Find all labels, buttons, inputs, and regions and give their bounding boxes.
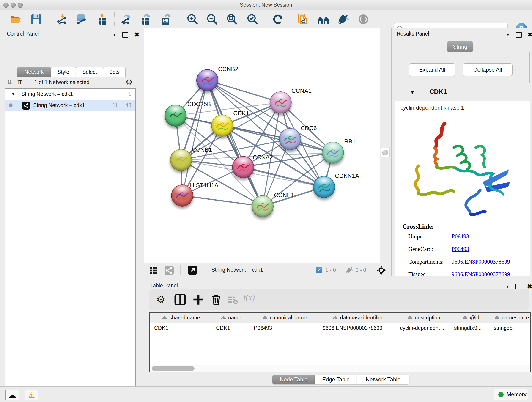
table-cell[interactable]: stringdb:9... [450, 323, 490, 333]
cloud-status-button[interactable]: ☁ [5, 390, 19, 400]
panel-close-icon[interactable]: ✖ [134, 31, 139, 38]
panel-float-icon[interactable] [515, 284, 521, 290]
results-panel-divider[interactable] [380, 28, 390, 264]
panel-menu-icon[interactable]: ▼ [506, 33, 510, 37]
panel-close-icon[interactable]: ✖ [528, 31, 532, 38]
table-cell[interactable]: 9606.ENSP00000378699 [318, 323, 396, 333]
import-network-icon[interactable] [56, 13, 69, 25]
hierarchy-icon [462, 315, 468, 320]
network-tree: ▼ String Network – cdk1 1 String Network… [5, 89, 136, 402]
crosslink-link[interactable]: P06493 [452, 246, 469, 252]
expand-all-button[interactable]: Expand All [409, 64, 455, 76]
tab-network[interactable]: Network [17, 67, 51, 77]
save-session-icon[interactable] [30, 13, 43, 25]
collapse-arrow-icon[interactable]: ▼ [11, 91, 15, 96]
crosslink-link[interactable]: P06493 [452, 233, 469, 240]
show-columns-icon[interactable] [174, 294, 186, 306]
export-network-icon[interactable] [120, 13, 133, 25]
control-panel: Control Panel ▼ ✖ Network Style Select S… [0, 28, 136, 386]
node-table: shared namenamecanonical namedatabase id… [149, 312, 531, 372]
cloud-icon: ☁ [8, 390, 16, 400]
table-cell[interactable]: stringdb [490, 323, 531, 333]
memory-label: Memory [507, 391, 526, 398]
collapse-all-button[interactable]: Collapse All [463, 64, 513, 76]
clone-network-icon[interactable] [297, 13, 309, 25]
zoom-fit-icon[interactable] [226, 13, 239, 25]
column-header-canonical-name[interactable]: canonical name [250, 313, 319, 323]
table-panel-controls: ▼ ✖ [506, 283, 532, 290]
export-image-icon[interactable] [160, 13, 173, 25]
window-title: Session: New Session [0, 2, 532, 8]
open-in-window-icon[interactable] [188, 266, 197, 275]
toolbar-separator [373, 265, 373, 275]
table-cell[interactable]: cyclin-dependent ... [396, 323, 450, 333]
tab-style[interactable]: Style [51, 67, 76, 77]
table-cell[interactable]: CDK1 [212, 323, 250, 333]
tab-edge-table[interactable]: Edge Table [315, 375, 357, 384]
divider-handle[interactable] [380, 148, 390, 157]
control-panel-controls: ▼ ✖ [113, 31, 139, 38]
panel-menu-icon[interactable]: ▼ [113, 33, 116, 37]
table-cell[interactable]: P06493 [250, 323, 318, 333]
gene-header[interactable]: ▼ CDK1 [395, 83, 530, 101]
network-view-row[interactable]: String Network – cdk1 11 48 [5, 100, 135, 111]
open-session-icon[interactable] [9, 13, 22, 25]
hide-selected-eye-icon[interactable] [337, 13, 350, 25]
birdseye-navigator-icon[interactable] [376, 265, 386, 275]
panel-close-icon[interactable]: ✖ [527, 283, 532, 290]
tab-sets[interactable]: Sets [103, 67, 126, 77]
column-header--id[interactable]: @id [451, 313, 491, 323]
panel-menu-icon[interactable]: ▼ [506, 285, 509, 289]
column-header-namespace[interactable]: namespace [491, 313, 532, 323]
node-label-HIST1H1A: HIST1H1A [190, 182, 219, 189]
panel-float-icon[interactable] [516, 32, 522, 38]
network-collection-row[interactable]: ▼ String Network – cdk1 1 [5, 89, 135, 100]
network-list-toolbar: ⇊ ⇈ 1 of 1 Network selected ⚙ [0, 77, 136, 89]
crosslink-label: Compartments: [408, 259, 443, 265]
birdseye-icon[interactable] [317, 13, 330, 25]
column-header-name[interactable]: name [212, 313, 250, 323]
import-database-icon[interactable] [75, 13, 88, 25]
table-cell[interactable]: CDK1 [150, 323, 212, 333]
refresh-icon[interactable] [272, 13, 284, 25]
share-view-icon[interactable] [165, 266, 174, 275]
tab-node-table[interactable]: Node Table [272, 375, 315, 384]
hierarchy-icon [162, 315, 167, 320]
tab-select[interactable]: Select [76, 67, 104, 77]
zoom-out-icon[interactable] [206, 13, 219, 25]
gene-name: CDK1 [429, 88, 447, 95]
grid-view-icon[interactable] [150, 267, 158, 274]
zoom-in-icon[interactable] [186, 13, 199, 25]
network-options-gear-icon[interactable]: ⚙ [126, 77, 133, 87]
toolbar-separator [343, 265, 343, 275]
tab-network-table[interactable]: Network Table [357, 375, 409, 384]
network-labels-layer: CCNB2CCNA1CDC25BCDK1CDC6RB1CCNB1CCNA2CDK… [144, 28, 380, 263]
network-collection-count: 1 [128, 91, 131, 97]
import-table-icon[interactable] [96, 13, 109, 25]
export-table-icon[interactable] [139, 13, 152, 25]
network-canvas[interactable]: CCNB2CCNA1CDC25BCDK1CDC6RB1CCNB1CCNA2CDK… [144, 28, 380, 263]
create-column-icon[interactable] [192, 294, 204, 306]
table-options-gear-icon[interactable]: ⚙ [156, 294, 165, 305]
delete-column-icon[interactable] [210, 294, 222, 306]
crosslink-row: Compartments:9606.ENSP00000378699 [402, 259, 524, 271]
network-collection-label: String Network – cdk1 [21, 91, 73, 97]
show-all-eye-icon[interactable] [357, 13, 370, 25]
warnings-button[interactable]: ⚠ [25, 390, 38, 400]
horizontal-divider[interactable] [144, 276, 532, 279]
table-row[interactable]: CDK1CDK1P064939606.ENSP00000378699cyclin… [150, 323, 530, 333]
column-header-shared-name[interactable]: shared name [150, 313, 212, 323]
scrollbar-thumb[interactable] [152, 366, 195, 371]
panel-float-icon[interactable] [122, 32, 128, 38]
selected-checkbox-icon[interactable]: ✔ [316, 267, 322, 273]
zoom-selected-icon[interactable] [246, 13, 259, 25]
crosslink-link[interactable]: 9606.ENSP00000378699 [452, 259, 510, 265]
main-toolbar: ? [0, 10, 532, 28]
tab-string[interactable]: String [447, 41, 473, 52]
column-header-database-identifier[interactable]: database identifier [319, 313, 397, 323]
toolbar-separator [177, 12, 178, 26]
table-horizontal-scrollbar[interactable] [150, 365, 530, 372]
collapse-arrow-icon[interactable]: ▼ [410, 89, 415, 95]
memory-button[interactable]: Memory [494, 389, 528, 400]
column-header-description[interactable]: description [397, 313, 451, 323]
